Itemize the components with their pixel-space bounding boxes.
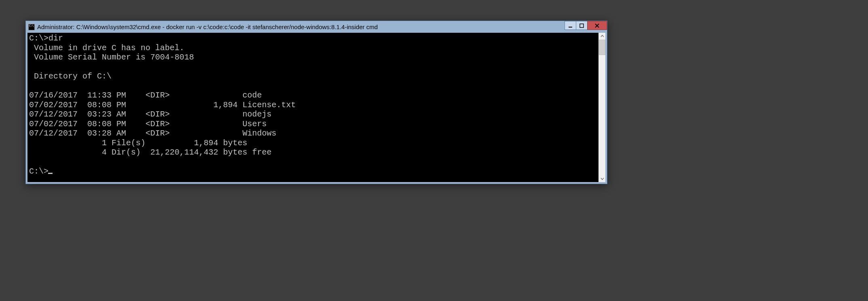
dir-entry: 07/12/2017 03:23 AM <DIR> nodejs — [29, 110, 597, 119]
terminal-area: C:\>dir Volume in drive C has no label. … — [27, 33, 605, 182]
dir-entry: 07/16/2017 11:33 PM <DIR> code — [29, 91, 597, 100]
terminal-content[interactable]: C:\>dir Volume in drive C has no label. … — [27, 33, 598, 182]
dir-entry: 07/02/2017 08:08 PM <DIR> Users — [29, 119, 597, 129]
chevron-up-icon — [600, 34, 604, 38]
terminal-line: Directory of C:\ — [29, 72, 597, 81]
svg-rect-0 — [569, 27, 572, 28]
terminal-line: C:\>dir — [29, 34, 597, 43]
maximize-button[interactable] — [576, 21, 588, 30]
close-button[interactable] — [587, 21, 607, 30]
titlebar[interactable]: C:\ Administrator: C:\Windows\system32\c… — [26, 21, 607, 33]
terminal-line: Volume Serial Number is 7004-8018 — [29, 53, 597, 62]
cmd-icon-label: C:\ — [29, 25, 34, 28]
cmd-window: C:\ Administrator: C:\Windows\system32\c… — [25, 21, 607, 184]
terminal-line: Volume in drive C has no label. — [29, 43, 597, 53]
scroll-track[interactable] — [599, 40, 605, 175]
terminal-line: 4 Dir(s) 21,220,114,432 bytes free — [29, 148, 597, 157]
scroll-down-button[interactable] — [599, 175, 605, 182]
prompt: C:\> — [29, 167, 48, 176]
maximize-icon — [579, 23, 584, 28]
close-icon — [595, 23, 599, 28]
terminal-line: 1 File(s) 1,894 bytes — [29, 138, 597, 148]
window-controls — [565, 21, 607, 30]
scroll-thumb[interactable] — [599, 40, 605, 55]
dir-entry: 07/12/2017 03:28 AM <DIR> Windows — [29, 129, 597, 138]
terminal-line — [29, 157, 597, 167]
terminal-line — [29, 62, 597, 72]
command: dir — [48, 34, 63, 43]
cursor-icon — [48, 173, 53, 174]
window-title: Administrator: C:\Windows\system32\cmd.e… — [37, 21, 378, 33]
dir-entry: 07/02/2017 08:08 PM 1,894 License.txt — [29, 100, 597, 110]
svg-rect-1 — [580, 24, 584, 28]
scroll-up-button[interactable] — [599, 33, 605, 40]
minimize-icon — [568, 23, 573, 28]
minimize-button[interactable] — [565, 21, 576, 30]
cmd-icon: C:\ — [28, 24, 35, 30]
terminal-line — [29, 81, 597, 91]
terminal-line: C:\> — [29, 167, 597, 176]
chevron-down-icon — [600, 177, 604, 180]
vertical-scrollbar[interactable] — [598, 33, 605, 182]
prompt: C:\> — [29, 34, 48, 43]
